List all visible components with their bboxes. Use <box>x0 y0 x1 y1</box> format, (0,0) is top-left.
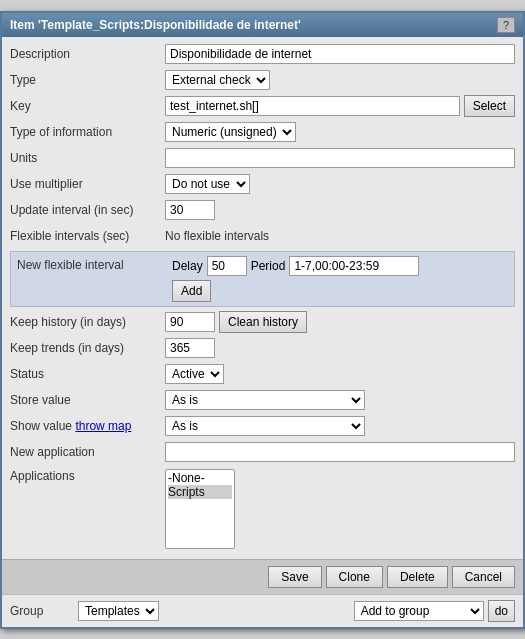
key-input[interactable] <box>165 96 460 116</box>
show-value-control: As is <box>165 416 515 436</box>
group-label: Group <box>10 604 70 618</box>
keep-history-input[interactable] <box>165 312 215 332</box>
do-button[interactable]: do <box>488 600 515 622</box>
period-label: Period <box>251 259 286 273</box>
add-group-area: Add to group do <box>354 600 515 622</box>
type-label: Type <box>10 73 165 87</box>
flexible-row1: Delay Period <box>172 256 508 276</box>
flexible-intervals-row: Flexible intervals (sec) No flexible int… <box>10 225 515 247</box>
new-application-row: New application <box>10 441 515 463</box>
new-application-control <box>165 442 515 462</box>
dialog-titlebar: Item 'Template_Scripts:Disponibilidade d… <box>2 13 523 37</box>
help-button[interactable]: ? <box>497 17 515 33</box>
no-flexible-text: No flexible intervals <box>165 229 269 243</box>
flexible-intervals-label: Flexible intervals (sec) <box>10 229 165 243</box>
app-option-none[interactable]: -None- <box>168 471 232 485</box>
form-body: Description Type External check Key Sele… <box>2 37 523 559</box>
description-control <box>165 44 515 64</box>
description-label: Description <box>10 47 165 61</box>
description-row: Description <box>10 43 515 65</box>
type-of-info-select[interactable]: Numeric (unsigned) <box>165 122 296 142</box>
delete-button[interactable]: Delete <box>387 566 448 588</box>
new-flexible-interval-row: New flexible interval Delay Period Add <box>10 251 515 307</box>
show-value-select[interactable]: As is <box>165 416 365 436</box>
units-input[interactable] <box>165 148 515 168</box>
status-label: Status <box>10 367 165 381</box>
type-of-info-control: Numeric (unsigned) <box>165 122 515 142</box>
applications-list[interactable]: -None- Scripts <box>165 469 235 549</box>
units-label: Units <box>10 151 165 165</box>
delay-label: Delay <box>172 259 203 273</box>
add-flexible-button[interactable]: Add <box>172 280 211 302</box>
applications-row: Applications -None- Scripts <box>10 467 515 549</box>
key-row: Key Select <box>10 95 515 117</box>
new-application-label: New application <box>10 445 165 459</box>
flexible-content: Delay Period Add <box>172 256 508 302</box>
keep-trends-row: Keep trends (in days) <box>10 337 515 359</box>
keep-trends-label: Keep trends (in days) <box>10 341 165 355</box>
throw-map-link[interactable]: throw map <box>75 419 131 433</box>
use-multiplier-label: Use multiplier <box>10 177 165 191</box>
clone-button[interactable]: Clone <box>326 566 383 588</box>
store-value-select[interactable]: As is <box>165 390 365 410</box>
update-interval-row: Update interval (in sec) <box>10 199 515 221</box>
new-flexible-label: New flexible interval <box>17 256 172 272</box>
group-row: Group Templates Add to group do <box>2 594 523 627</box>
select-button[interactable]: Select <box>464 95 515 117</box>
footer-buttons: Save Clone Delete Cancel <box>2 559 523 594</box>
clean-history-button[interactable]: Clean history <box>219 311 307 333</box>
period-input[interactable] <box>289 256 419 276</box>
update-interval-input[interactable] <box>165 200 215 220</box>
keep-history-label: Keep history (in days) <box>10 315 165 329</box>
add-to-group-select[interactable]: Add to group <box>354 601 484 621</box>
key-label: Key <box>10 99 165 113</box>
main-dialog: Item 'Template_Scripts:Disponibilidade d… <box>0 11 525 629</box>
type-of-info-row: Type of information Numeric (unsigned) <box>10 121 515 143</box>
store-value-row: Store value As is <box>10 389 515 411</box>
keep-history-row: Keep history (in days) Clean history <box>10 311 515 333</box>
use-multiplier-row: Use multiplier Do not use <box>10 173 515 195</box>
delay-input[interactable] <box>207 256 247 276</box>
type-row: Type External check <box>10 69 515 91</box>
units-control <box>165 148 515 168</box>
group-select[interactable]: Templates <box>78 601 159 621</box>
type-select[interactable]: External check <box>165 70 270 90</box>
status-select[interactable]: Active <box>165 364 224 384</box>
key-control: Select <box>165 95 515 117</box>
save-button[interactable]: Save <box>268 566 321 588</box>
keep-history-control: Clean history <box>165 311 515 333</box>
type-control: External check <box>165 70 515 90</box>
show-value-row: Show value throw map As is <box>10 415 515 437</box>
cancel-button[interactable]: Cancel <box>452 566 515 588</box>
type-of-info-label: Type of information <box>10 125 165 139</box>
show-value-label: Show value throw map <box>10 419 165 433</box>
update-interval-control <box>165 200 515 220</box>
new-application-input[interactable] <box>165 442 515 462</box>
description-input[interactable] <box>165 44 515 64</box>
applications-label: Applications <box>10 469 165 483</box>
dialog-title-text: Item 'Template_Scripts:Disponibilidade d… <box>10 18 301 32</box>
store-value-label: Store value <box>10 393 165 407</box>
keep-trends-input[interactable] <box>165 338 215 358</box>
keep-trends-control <box>165 338 515 358</box>
flexible-intervals-value: No flexible intervals <box>165 229 515 243</box>
update-interval-label: Update interval (in sec) <box>10 203 165 217</box>
show-value-text: Show value <box>10 419 75 433</box>
status-row: Status Active <box>10 363 515 385</box>
status-control: Active <box>165 364 515 384</box>
app-option-scripts[interactable]: Scripts <box>168 485 232 499</box>
units-row: Units <box>10 147 515 169</box>
use-multiplier-control: Do not use <box>165 174 515 194</box>
use-multiplier-select[interactable]: Do not use <box>165 174 250 194</box>
applications-control: -None- Scripts <box>165 469 515 549</box>
flexible-row2: Add <box>172 280 508 302</box>
store-value-control: As is <box>165 390 515 410</box>
